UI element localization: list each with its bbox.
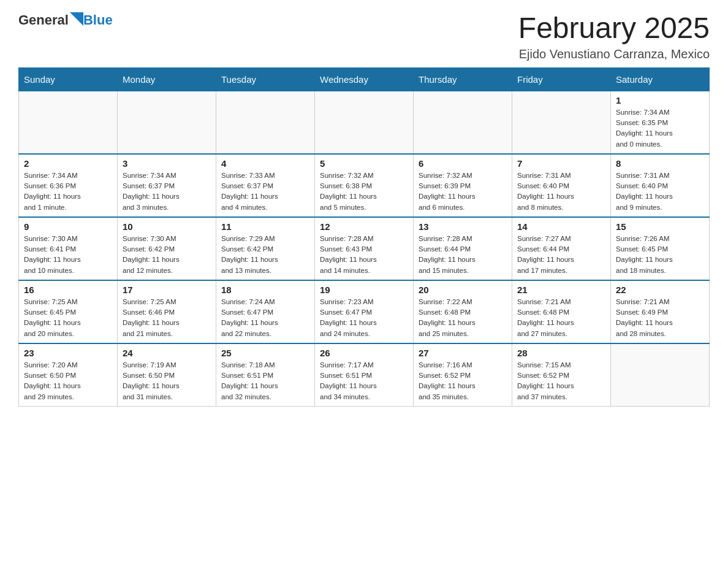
calendar-day-cell: 16Sunrise: 7:25 AMSunset: 6:45 PMDayligh… bbox=[19, 280, 118, 343]
calendar-day-cell bbox=[315, 91, 414, 154]
svg-marker-0 bbox=[70, 12, 83, 26]
day-number: 11 bbox=[221, 221, 309, 232]
day-info: Sunrise: 7:28 AMSunset: 6:44 PMDaylight:… bbox=[419, 234, 507, 276]
day-number: 8 bbox=[616, 158, 704, 169]
day-info: Sunrise: 7:26 AMSunset: 6:45 PMDaylight:… bbox=[616, 234, 704, 276]
calendar-day-cell: 2Sunrise: 7:34 AMSunset: 6:36 PMDaylight… bbox=[19, 154, 118, 217]
calendar-day-cell bbox=[118, 91, 216, 154]
calendar-week-row: 9Sunrise: 7:30 AMSunset: 6:41 PMDaylight… bbox=[19, 217, 710, 280]
day-number: 24 bbox=[123, 348, 211, 358]
day-info: Sunrise: 7:33 AMSunset: 6:37 PMDaylight:… bbox=[221, 170, 309, 213]
calendar-day-cell: 20Sunrise: 7:22 AMSunset: 6:48 PMDayligh… bbox=[414, 280, 512, 343]
calendar-table: SundayMondayTuesdayWednesdayThursdayFrid… bbox=[18, 67, 710, 407]
day-number: 16 bbox=[24, 285, 112, 295]
calendar-day-cell: 14Sunrise: 7:27 AMSunset: 6:44 PMDayligh… bbox=[512, 217, 611, 280]
month-title: February 2025 bbox=[518, 12, 710, 45]
day-info: Sunrise: 7:21 AMSunset: 6:49 PMDaylight:… bbox=[616, 297, 704, 339]
day-number: 19 bbox=[320, 285, 408, 295]
weekday-header: Wednesday bbox=[315, 67, 414, 91]
calendar-day-cell: 22Sunrise: 7:21 AMSunset: 6:49 PMDayligh… bbox=[611, 280, 710, 343]
calendar-day-cell: 26Sunrise: 7:17 AMSunset: 6:51 PMDayligh… bbox=[315, 343, 414, 407]
title-section: February 2025 Ejido Venustiano Carranza,… bbox=[518, 12, 710, 61]
weekday-header: Sunday bbox=[19, 67, 118, 91]
day-info: Sunrise: 7:15 AMSunset: 6:52 PMDaylight:… bbox=[517, 360, 605, 402]
calendar-day-cell: 6Sunrise: 7:32 AMSunset: 6:39 PMDaylight… bbox=[414, 154, 512, 217]
day-info: Sunrise: 7:31 AMSunset: 6:40 PMDaylight:… bbox=[517, 170, 605, 213]
calendar-day-cell: 27Sunrise: 7:16 AMSunset: 6:52 PMDayligh… bbox=[414, 343, 512, 407]
day-info: Sunrise: 7:22 AMSunset: 6:48 PMDaylight:… bbox=[419, 297, 507, 339]
day-info: Sunrise: 7:21 AMSunset: 6:48 PMDaylight:… bbox=[517, 297, 605, 339]
day-number: 9 bbox=[24, 221, 112, 232]
logo-triangle-icon bbox=[70, 12, 83, 26]
day-info: Sunrise: 7:34 AMSunset: 6:35 PMDaylight:… bbox=[616, 107, 704, 150]
day-info: Sunrise: 7:19 AMSunset: 6:50 PMDaylight:… bbox=[123, 360, 211, 402]
day-info: Sunrise: 7:30 AMSunset: 6:41 PMDaylight:… bbox=[24, 234, 112, 276]
calendar-week-row: 16Sunrise: 7:25 AMSunset: 6:45 PMDayligh… bbox=[19, 280, 710, 343]
day-number: 5 bbox=[320, 158, 408, 169]
day-info: Sunrise: 7:30 AMSunset: 6:42 PMDaylight:… bbox=[123, 234, 211, 276]
day-info: Sunrise: 7:34 AMSunset: 6:36 PMDaylight:… bbox=[24, 170, 112, 213]
day-info: Sunrise: 7:32 AMSunset: 6:39 PMDaylight:… bbox=[419, 170, 507, 213]
calendar-day-cell bbox=[611, 343, 710, 407]
day-info: Sunrise: 7:29 AMSunset: 6:42 PMDaylight:… bbox=[221, 234, 309, 276]
day-info: Sunrise: 7:31 AMSunset: 6:40 PMDaylight:… bbox=[616, 170, 704, 213]
logo-blue: Blue bbox=[83, 12, 113, 28]
calendar-day-cell: 13Sunrise: 7:28 AMSunset: 6:44 PMDayligh… bbox=[414, 217, 512, 280]
day-number: 14 bbox=[517, 221, 605, 232]
day-number: 23 bbox=[24, 348, 112, 358]
day-info: Sunrise: 7:17 AMSunset: 6:51 PMDaylight:… bbox=[320, 360, 408, 402]
calendar-day-cell: 19Sunrise: 7:23 AMSunset: 6:47 PMDayligh… bbox=[315, 280, 414, 343]
calendar-day-cell: 17Sunrise: 7:25 AMSunset: 6:46 PMDayligh… bbox=[118, 280, 216, 343]
calendar-day-cell: 28Sunrise: 7:15 AMSunset: 6:52 PMDayligh… bbox=[512, 343, 611, 407]
calendar-day-cell bbox=[216, 91, 315, 154]
day-number: 4 bbox=[221, 158, 309, 169]
day-number: 27 bbox=[419, 348, 507, 358]
day-number: 10 bbox=[123, 221, 211, 232]
calendar-day-cell bbox=[512, 91, 611, 154]
calendar-day-cell: 21Sunrise: 7:21 AMSunset: 6:48 PMDayligh… bbox=[512, 280, 611, 343]
day-info: Sunrise: 7:23 AMSunset: 6:47 PMDaylight:… bbox=[320, 297, 408, 339]
day-number: 18 bbox=[221, 285, 309, 295]
calendar-day-cell: 11Sunrise: 7:29 AMSunset: 6:42 PMDayligh… bbox=[216, 217, 315, 280]
day-info: Sunrise: 7:27 AMSunset: 6:44 PMDaylight:… bbox=[517, 234, 605, 276]
calendar-day-cell: 8Sunrise: 7:31 AMSunset: 6:40 PMDaylight… bbox=[611, 154, 710, 217]
day-number: 12 bbox=[320, 221, 408, 232]
calendar-day-cell: 25Sunrise: 7:18 AMSunset: 6:51 PMDayligh… bbox=[216, 343, 315, 407]
day-info: Sunrise: 7:25 AMSunset: 6:45 PMDaylight:… bbox=[24, 297, 112, 339]
day-number: 15 bbox=[616, 221, 704, 232]
page-header: General Blue February 2025 Ejido Venusti… bbox=[18, 12, 710, 61]
day-number: 26 bbox=[320, 348, 408, 358]
day-number: 20 bbox=[419, 285, 507, 295]
weekday-header: Thursday bbox=[414, 67, 512, 91]
logo-general: General bbox=[18, 12, 69, 28]
day-info: Sunrise: 7:16 AMSunset: 6:52 PMDaylight:… bbox=[419, 360, 507, 402]
day-number: 21 bbox=[517, 285, 605, 295]
weekday-header: Saturday bbox=[611, 67, 710, 91]
calendar-day-cell bbox=[19, 91, 118, 154]
day-info: Sunrise: 7:28 AMSunset: 6:43 PMDaylight:… bbox=[320, 234, 408, 276]
logo: General Blue bbox=[18, 12, 113, 28]
day-info: Sunrise: 7:20 AMSunset: 6:50 PMDaylight:… bbox=[24, 360, 112, 402]
day-number: 3 bbox=[123, 158, 211, 169]
day-number: 2 bbox=[24, 158, 112, 169]
calendar-day-cell: 15Sunrise: 7:26 AMSunset: 6:45 PMDayligh… bbox=[611, 217, 710, 280]
calendar-week-row: 1Sunrise: 7:34 AMSunset: 6:35 PMDaylight… bbox=[19, 91, 710, 154]
calendar-day-cell bbox=[414, 91, 512, 154]
day-number: 22 bbox=[616, 285, 704, 295]
day-info: Sunrise: 7:32 AMSunset: 6:38 PMDaylight:… bbox=[320, 170, 408, 213]
day-info: Sunrise: 7:24 AMSunset: 6:47 PMDaylight:… bbox=[221, 297, 309, 339]
weekday-header: Monday bbox=[118, 67, 216, 91]
calendar-header-row: SundayMondayTuesdayWednesdayThursdayFrid… bbox=[19, 67, 710, 91]
day-number: 7 bbox=[517, 158, 605, 169]
calendar-week-row: 2Sunrise: 7:34 AMSunset: 6:36 PMDaylight… bbox=[19, 154, 710, 217]
calendar-day-cell: 3Sunrise: 7:34 AMSunset: 6:37 PMDaylight… bbox=[118, 154, 216, 217]
location: Ejido Venustiano Carranza, Mexico bbox=[518, 47, 710, 61]
weekday-header: Friday bbox=[512, 67, 611, 91]
calendar-day-cell: 12Sunrise: 7:28 AMSunset: 6:43 PMDayligh… bbox=[315, 217, 414, 280]
calendar-day-cell: 10Sunrise: 7:30 AMSunset: 6:42 PMDayligh… bbox=[118, 217, 216, 280]
calendar-day-cell: 9Sunrise: 7:30 AMSunset: 6:41 PMDaylight… bbox=[19, 217, 118, 280]
calendar-day-cell: 24Sunrise: 7:19 AMSunset: 6:50 PMDayligh… bbox=[118, 343, 216, 407]
calendar-day-cell: 23Sunrise: 7:20 AMSunset: 6:50 PMDayligh… bbox=[19, 343, 118, 407]
day-number: 1 bbox=[616, 95, 704, 105]
calendar-day-cell: 7Sunrise: 7:31 AMSunset: 6:40 PMDaylight… bbox=[512, 154, 611, 217]
